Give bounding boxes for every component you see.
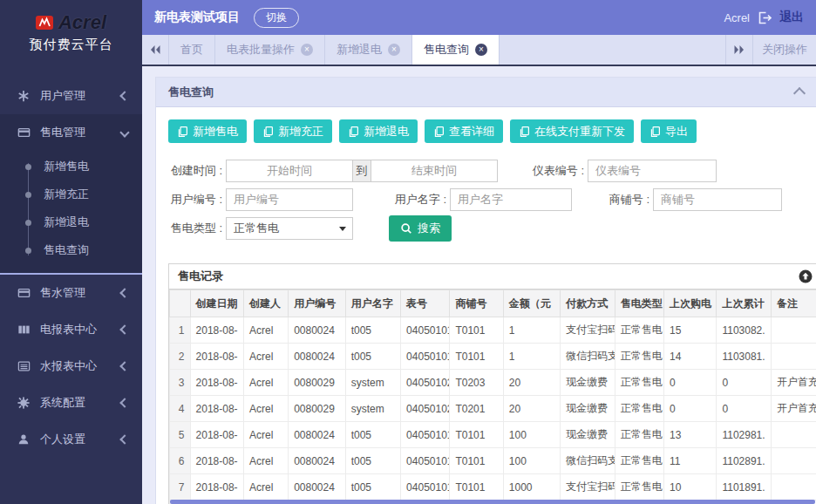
horizontal-scrollbar[interactable]: [170, 500, 815, 504]
logout-link[interactable]: 退出: [779, 10, 804, 25]
sidebar-item-0[interactable]: 用户管理: [0, 78, 142, 114]
table-cell: 10: [664, 474, 717, 501]
table-cell: 正常售电: [615, 370, 663, 396]
table-row[interactable]: 12018-08-Acrel0080024t00504050101T01011支…: [170, 317, 816, 344]
chevron-left-icon: [119, 91, 129, 100]
table-cell: 1: [503, 344, 561, 370]
table-cell: [771, 422, 816, 448]
row-index: 2: [170, 344, 191, 370]
main-content: 售电查询 新增售电新增充正新增退电查看详细在线支付重新下发导出 创建时间 : 到…: [142, 66, 816, 504]
table-cell: Acrel: [243, 370, 288, 396]
table-cell: 微信扫码支付: [561, 344, 615, 370]
sidebar-subitem[interactable]: 新增售电: [0, 153, 142, 180]
sidebar-group: 电报表中心: [0, 311, 142, 348]
file-icon: [177, 126, 188, 138]
sidebar-subitem[interactable]: 新增充正: [0, 180, 142, 208]
table-cell: [771, 344, 816, 370]
chevron-down-icon: [119, 127, 129, 137]
sale-type-select[interactable]: 正常售电: [226, 217, 353, 240]
scroll-top-icon[interactable]: [799, 269, 813, 283]
table-cell: Acrel: [243, 396, 288, 422]
panel-collapse-icon[interactable]: [793, 87, 806, 99]
add-correction-button[interactable]: 新增充正: [254, 119, 332, 143]
table-row[interactable]: 62018-08-Acrel0080024t00504050101T010110…: [170, 448, 816, 474]
tab-close-icon[interactable]: ×: [388, 44, 400, 56]
table-row[interactable]: 22018-08-Acrel0080024t00504050101T01011微…: [170, 344, 816, 370]
close-all-tabs-button[interactable]: 关闭操作: [752, 35, 816, 65]
table-cell: 正常售电: [615, 474, 663, 501]
list-icon: [17, 359, 31, 373]
table-cell: 支付宝扫码: [561, 474, 615, 501]
tab-item-3[interactable]: 售电查询×: [412, 35, 500, 65]
logout-icon[interactable]: [758, 11, 772, 24]
chevron-left-icon: [119, 288, 129, 297]
column-header: 售电类型: [615, 290, 663, 317]
sidebar-item-1[interactable]: 售电管理: [0, 114, 142, 151]
search-button[interactable]: 搜索: [389, 215, 452, 242]
tab-item-1[interactable]: 电表批量操作×: [215, 35, 325, 65]
table-cell: 04050102: [401, 370, 450, 396]
table-cell: 2018-08-: [190, 448, 243, 474]
table-cell: 04050101: [401, 344, 450, 370]
sidebar-item-5[interactable]: 系统配置: [0, 385, 142, 421]
add-sale-button[interactable]: 新增售电: [168, 119, 247, 143]
table-row[interactable]: 42018-08-Acrel0080029system04050102T0201…: [170, 396, 816, 422]
table-cell: 20: [503, 396, 561, 422]
add-refund-button[interactable]: 新增退电: [339, 119, 418, 143]
shop-no-input[interactable]: [653, 188, 782, 211]
user-name-input[interactable]: [450, 188, 572, 211]
tab-label: 电表批量操作: [227, 42, 295, 58]
create-time-label: 创建时间 :: [168, 163, 222, 179]
tab-close-icon[interactable]: ×: [475, 44, 487, 56]
sidebar-item-2[interactable]: 售水管理: [0, 275, 142, 311]
chevron-left-icon: [119, 434, 129, 444]
table-row[interactable]: 52018-08-Acrel0080024t00504050101T010110…: [170, 422, 816, 448]
table-cell: 2018-08-: [190, 370, 243, 396]
table-cell: 正常售电: [615, 317, 663, 344]
table-row[interactable]: 72018-08-Acrel0080024t00504050101T010110…: [170, 474, 816, 501]
user-no-input[interactable]: [226, 188, 353, 211]
tab-label: 首页: [180, 42, 203, 58]
table-cell: 正常售电: [615, 422, 663, 448]
chevron-left-icon: [119, 398, 129, 407]
sidebar-item-4[interactable]: 水报表中心: [0, 348, 142, 385]
table-cell: 04050101: [401, 474, 450, 501]
sidebar-item-6[interactable]: 个人设置: [0, 421, 142, 458]
sidebar-item-label: 售水管理: [40, 285, 85, 301]
switch-project-button[interactable]: 切换: [254, 8, 299, 28]
row-index: 6: [170, 448, 191, 474]
table-cell: 15: [664, 317, 717, 344]
online-pay-reissue-button[interactable]: 在线支付重新下发: [510, 119, 634, 143]
meter-no-input[interactable]: [588, 160, 717, 182]
tab-item-0[interactable]: 首页: [169, 35, 215, 65]
table-cell: 1103082.: [717, 317, 771, 344]
end-time-input[interactable]: [371, 160, 498, 182]
meter-no-label: 仪表编号 :: [527, 163, 584, 179]
tabs-scroll-right-icon[interactable]: [725, 35, 752, 65]
sidebar-submenu: 新增售电新增充正新增退电售电查询: [0, 151, 142, 273]
sidebar-subitem[interactable]: 售电查询: [0, 236, 142, 264]
table-cell: 0080024: [289, 422, 346, 448]
table-row[interactable]: 32018-08-Acrel0080029system04050102T0203…: [170, 370, 816, 396]
view-detail-button[interactable]: 查看详细: [425, 119, 503, 143]
sidebar-group: 系统配置: [0, 385, 142, 421]
tabs-scroll-left-icon[interactable]: [142, 35, 169, 65]
sidebar-item-3[interactable]: 电报表中心: [0, 311, 142, 348]
column-header: 上次累计: [717, 290, 771, 317]
row-index: 1: [170, 317, 191, 344]
acrel-logo-icon: [36, 15, 54, 31]
tab-label: 售电查询: [424, 42, 469, 58]
tab-close-icon[interactable]: ×: [301, 44, 313, 56]
table-cell: T0201: [450, 396, 503, 422]
table-cell: 2018-08-: [190, 344, 243, 370]
export-button[interactable]: 导出: [641, 119, 697, 143]
tab-item-2[interactable]: 新增退电×: [325, 35, 412, 65]
table-cell: 0: [664, 370, 717, 396]
username: Acrel: [724, 11, 750, 24]
start-time-input[interactable]: [226, 160, 353, 182]
file-icon: [433, 126, 445, 138]
sidebar-subitem[interactable]: 新增退电: [0, 208, 142, 236]
table-cell: 1102891.: [717, 448, 771, 474]
query-form: 创建时间 : 到 仪表编号 : 用户编号 : 用户名字 : 商铺号 : 售电: [168, 156, 816, 242]
row-index: 4: [170, 396, 191, 422]
